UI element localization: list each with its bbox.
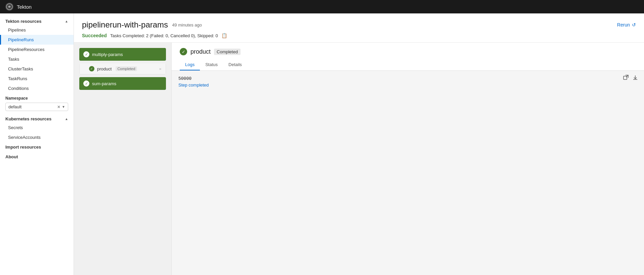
task-item-product[interactable]: ✓ product Completed ▸ — [79, 63, 166, 74]
page-time: 49 minutes ago — [172, 22, 202, 28]
task-list: ✓ multiply-params ✓ product Completed ▸ — [74, 43, 171, 275]
tekton-resources-chevron: ▲ — [65, 19, 68, 23]
page-title-left: pipelinerun-with-params 49 minutes ago — [82, 20, 202, 30]
page-title-row: pipelinerun-with-params 49 minutes ago R… — [82, 20, 636, 30]
sidebar-item-tasks[interactable]: Tasks — [0, 54, 74, 64]
tab-logs[interactable]: Logs — [180, 59, 200, 70]
log-toolbar — [622, 74, 639, 82]
kubernetes-resources-chevron: ▲ — [65, 117, 68, 121]
rerun-button[interactable]: Rerun ↺ — [617, 22, 636, 28]
sidebar-item-about[interactable]: About — [0, 152, 74, 162]
tekton-resources-section: Tekton resources ▲ — [0, 16, 74, 25]
sidebar-item-pipelineruns[interactable]: PipelineRuns — [0, 35, 74, 45]
step-completed-label: Step completed — [178, 82, 637, 88]
status-badge: Succeeded — [82, 33, 107, 38]
task-main-multiply-params[interactable]: ✓ multiply-params — [79, 48, 166, 61]
task-arrow-product: ▸ — [160, 66, 162, 71]
namespace-value: default — [8, 104, 57, 109]
content-area: pipelinerun-with-params 49 minutes ago R… — [74, 13, 644, 275]
sidebar-item-import-resources[interactable]: Import resources — [0, 142, 74, 152]
detail-status-badge: Completed — [214, 49, 241, 55]
pipeline-body: ✓ multiply-params ✓ product Completed ▸ — [74, 43, 644, 275]
log-area: 50000 Step completed — [172, 71, 644, 275]
sidebar-item-pipelineresources[interactable]: PipelineResources — [0, 45, 74, 54]
task-name-multiply-params: multiply-params — [92, 52, 123, 57]
detail-title: product — [190, 48, 211, 55]
detail-tabs: Logs Status Details — [180, 59, 636, 70]
task-main-sum-params[interactable]: ✓ sum-params — [79, 77, 166, 90]
tasks-summary: Tasks Completed: 2 (Failed: 0, Cancelled… — [110, 33, 218, 38]
kubernetes-resources-label: Kubernetes resources — [5, 116, 51, 121]
kubernetes-resources-section: Kubernetes resources ▲ — [0, 114, 74, 123]
rerun-icon: ↺ — [632, 22, 636, 28]
sidebar-item-serviceaccounts[interactable]: ServiceAccounts — [0, 132, 74, 142]
task-item-sum-params[interactable]: ✓ sum-params — [79, 77, 166, 90]
topnav: Tekton — [0, 0, 644, 13]
detail-check-icon: ✓ — [180, 48, 187, 55]
task-item-multiply-params[interactable]: ✓ multiply-params — [79, 48, 166, 61]
app-logo — [5, 3, 13, 11]
sidebar: Tekton resources ▲ Pipelines PipelineRun… — [0, 13, 74, 275]
sidebar-item-secrets[interactable]: Secrets — [0, 123, 74, 132]
detail-title-row: ✓ product Completed — [180, 48, 636, 55]
task-check-product: ✓ — [89, 66, 94, 71]
rerun-label: Rerun — [617, 22, 630, 28]
task-check-multiply-params: ✓ — [83, 51, 89, 57]
task-check-sum-params: ✓ — [83, 80, 89, 87]
main-layout: Tekton resources ▲ Pipelines PipelineRun… — [0, 13, 644, 275]
sidebar-item-conditions[interactable]: Conditions — [0, 84, 74, 93]
namespace-arrow-icon: ▼ — [62, 105, 65, 109]
download-icon[interactable] — [632, 74, 639, 82]
sidebar-item-clustertasks[interactable]: ClusterTasks — [0, 64, 74, 74]
open-external-icon[interactable] — [622, 74, 629, 82]
detail-panel: ✓ product Completed Logs Status Details — [171, 43, 644, 275]
app-name: Tekton — [17, 4, 32, 10]
namespace-clear-icon[interactable]: ✕ — [57, 105, 60, 109]
sidebar-item-pipelines[interactable]: Pipelines — [0, 25, 74, 35]
tab-details[interactable]: Details — [223, 59, 247, 70]
page-header: pipelinerun-with-params 49 minutes ago R… — [74, 13, 644, 43]
page-title: pipelinerun-with-params — [82, 20, 168, 30]
detail-header: ✓ product Completed Logs Status Details — [172, 43, 644, 71]
task-name-product: product — [97, 66, 112, 71]
task-sub-product[interactable]: ✓ product Completed ▸ — [79, 63, 166, 74]
copy-icon[interactable]: 📋 — [221, 33, 227, 38]
namespace-label: Namespace — [5, 96, 68, 101]
sidebar-item-taskruns[interactable]: TaskRuns — [0, 74, 74, 84]
namespace-select[interactable]: default ✕ ▼ — [5, 103, 68, 111]
log-output-line: 50000 — [178, 76, 637, 81]
tab-status[interactable]: Status — [200, 59, 223, 70]
namespace-section: Namespace default ✕ ▼ — [0, 93, 74, 114]
status-row: Succeeded Tasks Completed: 2 (Failed: 0,… — [82, 33, 636, 38]
tekton-resources-label: Tekton resources — [5, 19, 41, 24]
task-badge-product: Completed — [116, 66, 137, 71]
task-name-sum-params: sum-params — [92, 81, 116, 86]
